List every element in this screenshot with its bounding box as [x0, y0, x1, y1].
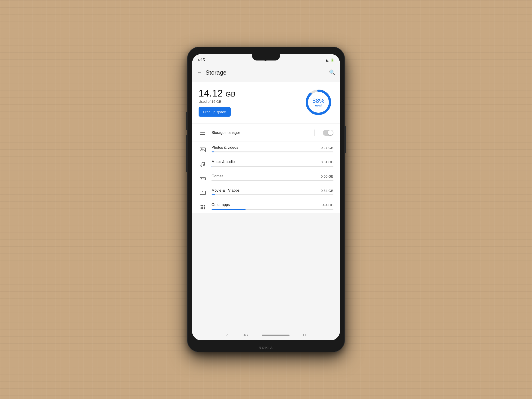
movie-tv-fill [211, 194, 215, 195]
brand-label: NOKIA [259, 346, 273, 350]
svg-point-17 [201, 205, 202, 206]
movie-tv-content: Movie & TV apps 0.34 GB [211, 188, 333, 197]
svg-point-18 [202, 205, 203, 206]
status-icons: ◣ 🔋 [326, 58, 334, 62]
storage-used-amount: 14.12 GB [199, 88, 299, 99]
screen-content: 14.12 GB Used of 16 GB Free up space 88%… [192, 80, 340, 331]
games-track [211, 180, 333, 181]
movie-tv-track [211, 194, 333, 195]
storage-item-photos-videos[interactable]: Photos & videos 0.27 GB [192, 142, 340, 156]
other-apps-size: 4.4 GB [323, 203, 333, 207]
movie-tv-row: Movie & TV apps 0.34 GB [211, 188, 333, 193]
music-audio-content: Music & audio 0.01 GB [211, 160, 333, 169]
toolbar: ← Storage 🔍 [192, 65, 340, 80]
storage-manager-row[interactable]: Storage manager [192, 124, 340, 142]
games-icon [199, 174, 207, 183]
search-button[interactable]: 🔍 [329, 70, 335, 76]
bottom-bar: ‹ Files □ [192, 331, 340, 340]
svg-rect-3 [200, 148, 205, 152]
files-label[interactable]: Files [241, 333, 248, 337]
circle-percent: 88% [312, 98, 324, 104]
section-gap [192, 213, 340, 215]
home-indicator[interactable] [262, 335, 290, 336]
recents-nav-button[interactable]: □ [304, 333, 306, 337]
storage-circle: 88% used [304, 87, 333, 117]
storage-item-games[interactable]: Games 0.00 GB [192, 171, 340, 185]
movie-tv-size: 0.34 GB [321, 189, 333, 193]
other-apps-icon [199, 203, 207, 211]
music-audio-row: Music & audio 0.01 GB [211, 160, 333, 164]
photos-videos-fill [211, 152, 214, 152]
games-name: Games [211, 174, 223, 178]
svg-point-10 [204, 178, 204, 179]
storage-used-of: Used of 16 GB [199, 100, 299, 103]
other-apps-row: Other apps 4.4 GB [211, 203, 333, 207]
svg-point-4 [201, 149, 203, 150]
other-apps-fill [211, 209, 246, 210]
svg-point-21 [202, 207, 203, 208]
photos-videos-content: Photos & videos 0.27 GB [211, 146, 333, 154]
storage-item-other-apps[interactable]: Other apps 4.4 GB [192, 199, 340, 213]
phone-screen: 4:15 ▲ ◣ 🔋 ← Storage 🔍 14.12 GB Used [192, 54, 340, 340]
music-audio-icon [199, 160, 207, 168]
storage-summary-section: 14.12 GB Used of 16 GB Free up space 88%… [192, 82, 340, 123]
phone-device: 4:15 ▲ ◣ 🔋 ← Storage 🔍 14.12 GB Used [188, 47, 344, 352]
music-audio-fill [211, 166, 212, 167]
storage-item-music-audio[interactable]: Music & audio 0.01 GB [192, 156, 340, 171]
svg-rect-1 [200, 133, 205, 133]
other-apps-name: Other apps [211, 203, 230, 207]
back-nav-button[interactable]: ‹ [226, 333, 228, 338]
status-time: 4:15 [198, 58, 205, 62]
svg-point-19 [204, 205, 205, 206]
games-size: 0.00 GB [321, 174, 333, 178]
storage-text-block: 14.12 GB Used of 16 GB Free up space [199, 88, 299, 117]
photos-videos-name: Photos & videos [211, 146, 238, 150]
storage-amount-number: 14.12 [199, 88, 223, 99]
music-audio-name: Music & audio [211, 160, 235, 164]
storage-manager-icon [199, 129, 207, 137]
photos-videos-icon [199, 146, 207, 154]
circle-used-label: used [312, 104, 324, 107]
music-audio-size: 0.01 GB [321, 160, 333, 164]
free-up-space-button[interactable]: Free up space [199, 107, 231, 117]
circle-text: 88% used [312, 98, 324, 107]
manager-divider [314, 130, 315, 136]
movie-tv-name: Movie & TV apps [211, 188, 240, 193]
storage-manager-label: Storage manager [211, 131, 310, 135]
music-audio-track [211, 166, 333, 167]
photos-videos-size: 0.27 GB [321, 146, 333, 150]
svg-point-22 [204, 207, 205, 208]
games-row: Games 0.00 GB [211, 174, 333, 178]
storage-manager-toggle[interactable] [323, 130, 333, 136]
svg-rect-12 [200, 191, 205, 195]
svg-point-23 [201, 208, 202, 209]
games-content: Games 0.00 GB [211, 174, 333, 183]
storage-item-movie-tv[interactable]: Movie & TV apps 0.34 GB [192, 185, 340, 199]
svg-point-20 [201, 207, 202, 208]
movie-tv-icon [199, 189, 207, 197]
svg-rect-0 [200, 131, 205, 131]
page-title: Storage [205, 69, 325, 76]
other-apps-content: Other apps 4.4 GB [211, 203, 333, 211]
photos-videos-track [211, 152, 333, 152]
svg-point-25 [204, 208, 205, 209]
svg-point-24 [202, 208, 203, 209]
phone-notch [252, 54, 280, 61]
back-button[interactable]: ← [197, 70, 202, 76]
other-apps-track [211, 209, 333, 210]
photos-videos-row: Photos & videos 0.27 GB [211, 146, 333, 150]
svg-rect-2 [200, 134, 205, 135]
battery-icon: 🔋 [330, 58, 334, 62]
storage-items-list: Photos & videos 0.27 GB [192, 142, 340, 213]
wifi-signal-icon: ◣ [326, 58, 329, 62]
svg-point-11 [204, 179, 205, 179]
storage-amount-unit: GB [226, 90, 235, 98]
